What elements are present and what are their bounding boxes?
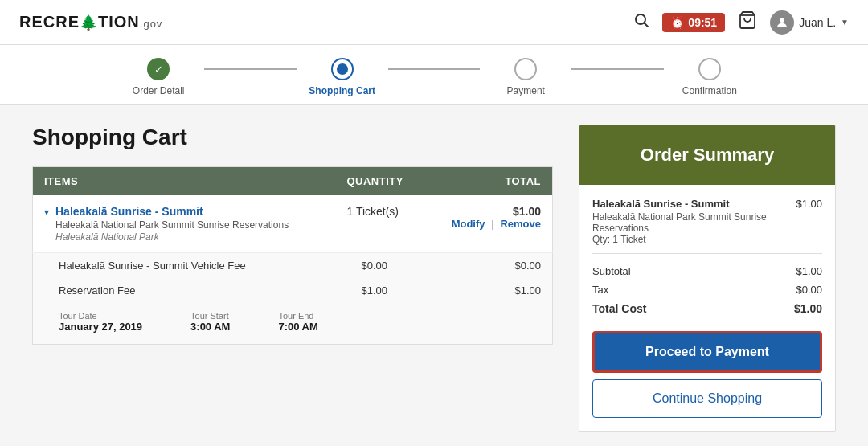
tour-date-label: Tour Date xyxy=(59,311,142,321)
tour-date-value: January 27, 2019 xyxy=(59,321,142,333)
item-quantity: 1 Ticket(s) xyxy=(335,195,425,253)
chevron-down-icon: ▼ xyxy=(841,18,849,27)
tax-label: Tax xyxy=(592,284,608,296)
summary-subtotal-row: Subtotal $1.00 xyxy=(592,262,822,280)
order-summary-header: Order Summary xyxy=(579,125,835,185)
cart-button[interactable] xyxy=(738,10,757,34)
fee-qty-vehicle: $0.00 xyxy=(335,253,425,279)
header: RECRE🌲TION.gov ⏰ 09:51 xyxy=(0,0,868,45)
step-line-1 xyxy=(204,68,296,70)
step-circle-order-detail: ✓ xyxy=(147,58,170,80)
fee-qty-reservation: $1.00 xyxy=(335,278,425,303)
tour-date: Tour Date January 27, 2019 xyxy=(59,311,142,333)
fee-name-vehicle: Haleakalā Sunrise - Summit Vehicle Fee xyxy=(33,253,336,279)
separator: | xyxy=(491,218,497,230)
col-total: TOTAL xyxy=(425,167,552,196)
tour-start: Tour Start 3:00 AM xyxy=(190,311,230,333)
summary-item-qty: Qty: 1 Ticket xyxy=(592,234,796,245)
chevron-down-icon[interactable]: ▾ xyxy=(44,207,49,218)
summary-item: Haleakalā Sunrise - Summit Haleakalā Nat… xyxy=(592,198,822,245)
item-price-value: $1.00 xyxy=(513,205,541,218)
step-circle-confirmation xyxy=(698,58,721,80)
item-quantity-value: 1 Ticket(s) xyxy=(346,205,399,218)
step-shopping-cart: Shopping Cart xyxy=(297,58,388,96)
tour-info-row: Tour Date January 27, 2019 Tour Start 3:… xyxy=(33,303,553,345)
logo-gov: .gov xyxy=(140,18,163,30)
fee-total-vehicle: $0.00 xyxy=(425,253,552,279)
subtotal-value: $1.00 xyxy=(796,265,822,277)
step-confirmation: Confirmation xyxy=(664,58,755,96)
fee-row-reservation: Reservation Fee $1.00 $1.00 xyxy=(33,278,553,303)
summary-item-name: Haleakalā Sunrise - Summit xyxy=(592,198,796,210)
step-payment: Payment xyxy=(480,58,571,96)
user-menu[interactable]: Juan L. ▼ xyxy=(770,10,849,35)
item-price-cell: $1.00 Modify | Remove xyxy=(425,195,552,253)
tour-start-value: 3:00 AM xyxy=(190,321,230,333)
summary-tax-row: Tax $0.00 xyxy=(592,280,822,299)
col-items: ITEMS xyxy=(33,167,336,196)
alarm-icon: ⏰ xyxy=(670,16,684,29)
item-name-cell: ▾ Haleakalā Sunrise - Summit Haleakalā N… xyxy=(33,195,336,253)
items-table: ITEMS QUANTITY TOTAL ▾ Haleakalā Sunrise… xyxy=(32,166,553,345)
summary-item-desc: Haleakalā National Park Summit Sunrise R… xyxy=(592,211,796,234)
step-circle-shopping-cart xyxy=(331,58,354,80)
tour-end: Tour End 7:00 AM xyxy=(278,311,317,333)
subtotal-label: Subtotal xyxy=(592,265,631,277)
step-label-order-detail: Order Detail xyxy=(133,85,185,96)
logo: RECRE🌲TION.gov xyxy=(19,13,162,31)
header-right: ⏰ 09:51 Juan L. ▼ xyxy=(633,10,849,35)
summary-item-price: $1.00 xyxy=(796,198,822,210)
order-summary-box: Order Summary Haleakalā Sunrise - Summit… xyxy=(579,125,836,432)
progress-steps: ✓ Order Detail Shopping Cart Payment Con… xyxy=(113,58,755,96)
col-quantity: QUANTITY xyxy=(335,167,425,196)
total-label: Total Cost xyxy=(592,302,646,315)
step-label-payment: Payment xyxy=(507,85,545,96)
summary-divider-1 xyxy=(592,253,822,254)
page-title: Shopping Cart xyxy=(32,125,553,150)
step-line-3 xyxy=(571,68,663,70)
item-name: Haleakalā Sunrise - Summit xyxy=(55,205,289,218)
remove-link[interactable]: Remove xyxy=(500,218,541,230)
step-order-detail: ✓ Order Detail xyxy=(113,58,204,96)
step-label-confirmation: Confirmation xyxy=(682,85,737,96)
user-name: Juan L. xyxy=(799,16,836,29)
modify-link[interactable]: Modify xyxy=(452,218,485,230)
proceed-to-payment-button[interactable]: Proceed to Payment xyxy=(592,331,822,373)
logo-text: RECRE🌲TION.gov xyxy=(19,13,162,31)
tour-end-value: 7:00 AM xyxy=(278,321,317,333)
search-button[interactable] xyxy=(633,12,649,32)
tour-info-cell: Tour Date January 27, 2019 Tour Start 3:… xyxy=(33,303,553,345)
step-circle-payment xyxy=(514,58,537,80)
continue-shopping-button[interactable]: Continue Shopping xyxy=(592,379,822,418)
tour-end-label: Tour End xyxy=(278,311,317,321)
right-panel: Order Summary Haleakalā Sunrise - Summit… xyxy=(579,125,836,432)
item-subtitle: Haleakalā National Park Summit Sunrise R… xyxy=(55,219,289,231)
summary-item-info: Haleakalā Sunrise - Summit Haleakalā Nat… xyxy=(592,198,796,245)
left-panel: Shopping Cart ITEMS QUANTITY TOTAL ▾ H xyxy=(32,125,553,432)
svg-line-1 xyxy=(645,23,649,27)
avatar xyxy=(770,10,794,35)
item-park: Haleakalā National Park xyxy=(55,231,289,243)
fee-row-vehicle: Haleakalā Sunrise - Summit Vehicle Fee $… xyxy=(33,253,553,279)
main-content: Shopping Cart ITEMS QUANTITY TOTAL ▾ H xyxy=(0,105,868,446)
table-header: ITEMS QUANTITY TOTAL xyxy=(33,167,553,196)
fee-name-reservation: Reservation Fee xyxy=(33,278,336,303)
timer-value: 09:51 xyxy=(688,16,717,29)
total-value: $1.00 xyxy=(794,302,822,315)
progress-bar: ✓ Order Detail Shopping Cart Payment Con… xyxy=(0,45,868,105)
fee-total-reservation: $1.00 xyxy=(425,278,552,303)
timer-badge: ⏰ 09:51 xyxy=(662,13,725,32)
svg-point-3 xyxy=(780,18,784,23)
step-line-2 xyxy=(388,68,480,70)
logo-tree-icon: 🌲 xyxy=(80,14,98,31)
table-row: ▾ Haleakalā Sunrise - Summit Haleakalā N… xyxy=(33,195,553,253)
tour-start-label: Tour Start xyxy=(190,311,230,321)
summary-total-row: Total Cost $1.00 xyxy=(592,299,822,318)
order-summary-body: Haleakalā Sunrise - Summit Haleakalā Nat… xyxy=(579,185,835,431)
step-label-shopping-cart: Shopping Cart xyxy=(309,85,375,96)
tax-value: $0.00 xyxy=(796,284,822,296)
